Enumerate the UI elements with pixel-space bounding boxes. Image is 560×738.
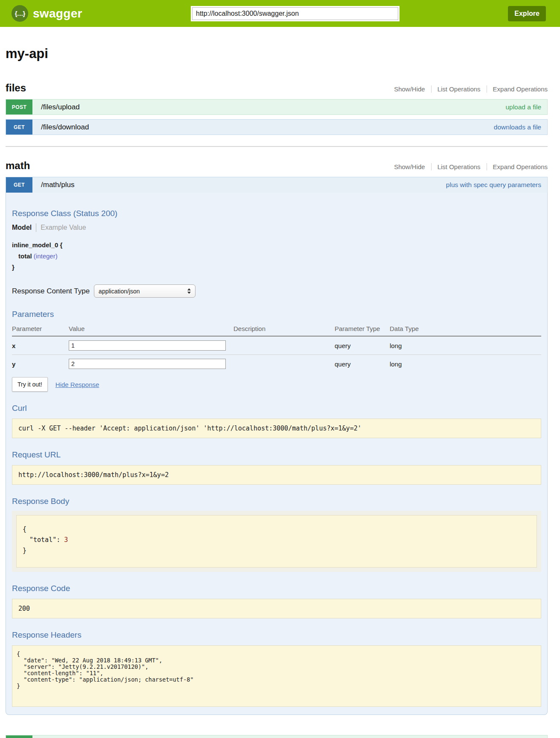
swagger-url-input-wrap (191, 6, 400, 21)
parameters-table: Parameter Value Description Parameter Ty… (12, 323, 541, 373)
control-expand-operations[interactable]: Expand Operations (487, 85, 548, 93)
op-heading-post-files-upload[interactable]: POST /files/upload upload a file (6, 99, 548, 115)
hide-response-link[interactable]: Hide Response (55, 381, 99, 388)
control-expand-operations[interactable]: Expand Operations (487, 163, 548, 170)
control-list-operations[interactable]: List Operations (431, 85, 487, 93)
model-signature: inline_model_0 { total (integer) } (12, 241, 541, 271)
swagger-url-input[interactable] (192, 7, 398, 20)
control-show-hide[interactable]: Show/Hide (388, 163, 431, 170)
param-input-x[interactable] (69, 340, 226, 351)
section-title-math: math (6, 160, 30, 172)
explore-button[interactable]: Explore (508, 6, 546, 21)
main-content: my-api files Show/Hide List Operations E… (6, 46, 548, 738)
col-data-type: Data Type (390, 323, 541, 336)
response-content-type-select[interactable]: application/json (94, 284, 195, 298)
curl-command-block: curl -X GET --header 'Accept: applicatio… (12, 419, 541, 438)
swagger-logo-icon: {…} (12, 5, 28, 22)
parameters-heading: Parameters (12, 310, 541, 319)
col-description: Description (233, 323, 335, 336)
param-row-x: x query long (12, 336, 541, 355)
param-description-y (233, 355, 335, 373)
response-class-tabs: Model Example Value (12, 223, 541, 232)
op-summary-plus-query-params[interactable]: plus with spec query parameters (446, 181, 541, 189)
request-url-heading: Request URL (12, 450, 541, 460)
col-parameter: Parameter (12, 323, 69, 336)
response-body-open-brace: { (23, 524, 531, 535)
section-title-files: files (6, 82, 26, 94)
method-badge-post: POST (6, 735, 32, 738)
section-math-header: math Show/Hide List Operations Expand Op… (6, 160, 548, 172)
op-row-post-math-plus: POST /math/plus plus with spec body para… (6, 735, 548, 738)
col-value: Value (69, 323, 233, 336)
tab-example-value[interactable]: Example Value (41, 224, 86, 231)
response-body-outer: { "total": 3 } (12, 511, 541, 572)
param-data-type-y: long (390, 355, 541, 373)
response-body-close-brace: } (23, 545, 531, 556)
control-show-hide[interactable]: Show/Hide (388, 85, 431, 93)
parameters-header-row: Parameter Value Description Parameter Ty… (12, 323, 541, 336)
model-open-brace: inline_model_0 { (12, 241, 541, 249)
op-path-files-download[interactable]: /files/download (41, 123, 89, 132)
param-type-x: query (335, 336, 390, 355)
op-heading-get-files-download[interactable]: GET /files/download downloads a file (6, 119, 548, 135)
response-code-heading: Response Code (12, 584, 541, 593)
response-content-type-label: Response Content Type (12, 287, 90, 296)
section-divider (6, 146, 548, 147)
model-property-type: (integer) (34, 252, 58, 260)
param-description-x (233, 336, 335, 355)
op-row-get-files-download: GET /files/download downloads a file (6, 119, 548, 135)
brand-title: swagger (33, 7, 82, 20)
response-class-heading: Response Class (Status 200) (12, 209, 541, 218)
section-files-header: files Show/Hide List Operations Expand O… (6, 82, 548, 94)
response-body-heading: Response Body (12, 497, 541, 506)
op-heading-post-math-plus[interactable]: POST /math/plus plus with spec body para… (6, 735, 548, 738)
section-controls-math: Show/Hide List Operations Expand Operati… (388, 163, 548, 170)
op-heading-get-math-plus[interactable]: GET /math/plus plus with spec query para… (6, 177, 548, 193)
response-content-type-value: application/json (99, 288, 140, 295)
response-content-type-row: Response Content Type application/json (12, 284, 541, 298)
param-name-x: x (12, 336, 69, 355)
tab-separator (36, 223, 36, 232)
operation-detail-panel: Response Class (Status 200) Model Exampl… (6, 193, 548, 715)
request-url-block: http://localhost:3000/math/plus?x=1&y=2 (12, 465, 541, 485)
response-headers-block: { "date": "Wed, 22 Aug 2018 18:49:13 GMT… (12, 645, 541, 707)
method-badge-post: POST (6, 100, 32, 114)
page-title: my-api (6, 46, 548, 62)
method-badge-get: GET (6, 120, 32, 135)
section-controls-files: Show/Hide List Operations Expand Operati… (388, 85, 548, 93)
model-property: total (integer) (18, 252, 541, 260)
tab-model[interactable]: Model (12, 224, 32, 231)
model-property-name: total (18, 252, 32, 260)
op-summary-downloads-a-file[interactable]: downloads a file (494, 123, 541, 131)
select-arrows-icon (187, 288, 191, 294)
response-body-key: "total": (29, 536, 60, 544)
op-summary-upload-a-file[interactable]: upload a file (505, 103, 541, 111)
response-body-json: { "total": 3 } (16, 515, 537, 568)
param-row-y: y query long (12, 355, 541, 373)
try-it-out-row: Try it out! Hide Response (12, 377, 541, 392)
response-headers-heading: Response Headers (12, 630, 541, 640)
response-body-value: 3 (64, 536, 68, 544)
param-data-type-x: long (390, 336, 541, 355)
op-path-math-plus[interactable]: /math/plus (41, 181, 74, 189)
op-path-files-upload[interactable]: /files/upload (41, 103, 80, 111)
param-input-y[interactable] (69, 359, 226, 369)
curl-heading: Curl (12, 404, 541, 413)
response-code-block: 200 (12, 599, 541, 618)
method-badge-get: GET (6, 177, 32, 193)
response-body-total-line: "total": 3 (29, 535, 531, 545)
swagger-brand[interactable]: {…} swagger (12, 5, 82, 22)
model-close-brace: } (12, 264, 541, 271)
try-it-out-button[interactable]: Try it out! (12, 377, 48, 392)
control-list-operations[interactable]: List Operations (431, 163, 487, 170)
param-name-y: y (12, 355, 69, 373)
op-row-post-files-upload: POST /files/upload upload a file (6, 99, 548, 115)
op-row-get-math-plus: GET /math/plus plus with spec query para… (6, 177, 548, 715)
col-parameter-type: Parameter Type (335, 323, 390, 336)
param-type-y: query (335, 355, 390, 373)
top-header: {…} swagger Explore (0, 0, 560, 27)
